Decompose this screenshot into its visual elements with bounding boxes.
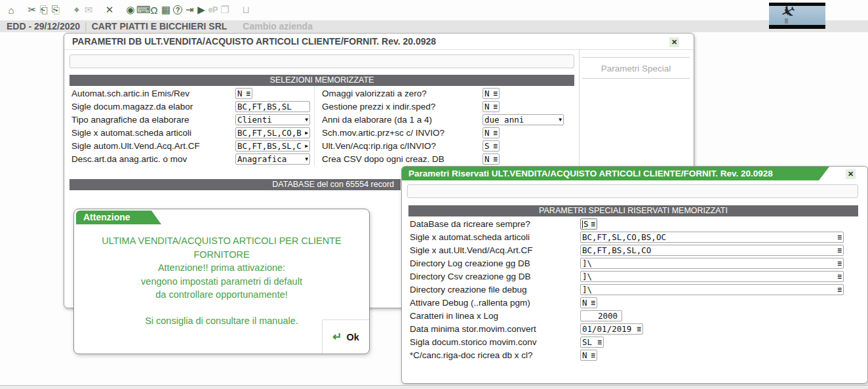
field-label: Sch.mov.artic.prz+sc c/ INVIO? bbox=[322, 128, 444, 138]
ult-ven-acq-rip-field[interactable]: S ≡ bbox=[483, 140, 500, 152]
menu-icon: ≡ bbox=[837, 233, 842, 241]
cut-icon[interactable]: ✂ bbox=[26, 4, 38, 16]
spacer bbox=[74, 302, 369, 314]
field-label: Caratteri in linea x Log bbox=[410, 311, 498, 321]
title-divider bbox=[64, 49, 694, 50]
field-label: Directory Csv creazione gg DB bbox=[410, 272, 531, 281]
overflow-arrow-icon: ▶ bbox=[305, 143, 308, 149]
sigle-ult-vend-acq-field[interactable]: BC,FT,BS,SL,C ▶ bbox=[235, 140, 310, 152]
sch-mov-artic-field[interactable]: N ≡ bbox=[483, 127, 500, 138]
menu-icon: ≡ bbox=[837, 259, 842, 268]
tipo-anagrafiche-combo[interactable]: Clienti ▼ bbox=[235, 114, 310, 125]
warning-dialog-title: Attenzione bbox=[76, 211, 161, 224]
database-ricreare-field[interactable]: S ≡ bbox=[580, 218, 597, 230]
airplane-photo: ✈ bbox=[769, 3, 825, 29]
menu-icon: ≡ bbox=[493, 129, 498, 137]
field-label: Attivare Debug (..rallenta pgm) bbox=[410, 298, 530, 308]
photo-tower bbox=[785, 18, 788, 24]
reserved-section-header: PARAMETRI SPECIALI RISERVATI MEMORIZZATI bbox=[408, 205, 858, 216]
crea-csv-field[interactable]: N ≡ bbox=[483, 154, 500, 165]
field-label: Directory creazione file debug bbox=[410, 285, 527, 295]
omega-icon[interactable]: Ω bbox=[148, 5, 160, 16]
pointer-icon[interactable]: ⌖ bbox=[71, 4, 83, 16]
data-minima-field[interactable]: 01/01/2019 ≡ bbox=[580, 323, 643, 335]
keyboard-icon[interactable]: ⌨ bbox=[136, 4, 148, 16]
parametri-special-button[interactable]: Parametri Special bbox=[582, 57, 690, 79]
caratteri-linea-log-field[interactable]: 2000 bbox=[580, 310, 622, 321]
automat-sch-artic-field[interactable]: N ≡ bbox=[235, 88, 252, 99]
desc-art-combo[interactable]: Anagrafica ▼ bbox=[235, 154, 310, 165]
field-label: Data minima stor.movim.convert bbox=[410, 324, 536, 334]
ep-icon: eP bbox=[207, 5, 219, 14]
sigle-scheda-articoli-field[interactable]: BC,FT,SL,CO,B ▶ bbox=[235, 127, 310, 138]
paste-icon[interactable]: ⎘ bbox=[50, 4, 62, 16]
warning-dialog: Attenzione ULTIMA VENDITA/ACQUISTO ARTIC… bbox=[73, 209, 370, 354]
column-divider bbox=[314, 86, 315, 166]
enter-key-icon: ↵ bbox=[332, 330, 342, 344]
warning-line: vengono impostati parametri di default bbox=[74, 275, 369, 289]
ok-button[interactable]: ↵ Ok bbox=[322, 319, 369, 354]
session-titlebar: EDD - 29/12/2020 | CART PIATTI E BICCHIE… bbox=[0, 20, 868, 32]
titlebar-separator: | bbox=[85, 21, 87, 31]
field-label: Sigle x automat.scheda articoli bbox=[71, 128, 191, 138]
video-icon[interactable]: ▶ bbox=[195, 4, 207, 16]
reserved-window: Parametri Riservati ULT.VENDITA/ACQUISTO… bbox=[401, 166, 868, 384]
calendar-icon[interactable]: ▦ bbox=[160, 4, 172, 16]
help-icon[interactable]: ? bbox=[173, 5, 182, 14]
directory-log-field[interactable]: ]\ ≡ bbox=[580, 258, 844, 269]
field-label: Directory Log creazione gg DB bbox=[410, 258, 530, 268]
omaggi-field[interactable]: N ≡ bbox=[483, 88, 500, 99]
database-status-bar: DATABASE del con 65554 record bbox=[69, 179, 401, 190]
camera-icon[interactable]: ◉ bbox=[125, 4, 136, 16]
copy-icon[interactable]: ⎗ bbox=[38, 4, 50, 16]
menu-icon: ≡ bbox=[493, 89, 498, 98]
home-icon[interactable]: ⌂ bbox=[5, 5, 17, 16]
menu-icon: ≡ bbox=[597, 338, 602, 346]
menu-icon: ≡ bbox=[591, 298, 595, 307]
gestione-prezzi-field[interactable]: N ≡ bbox=[483, 101, 500, 112]
warning-line: ULTIMA VENDITA/ACQUISTO ARTICOLI PER CLI… bbox=[74, 234, 369, 261]
field-label: Anni da elaborare (da 1 a 4) bbox=[322, 115, 432, 125]
exit-icon[interactable]: ⇥ bbox=[184, 4, 195, 16]
menu-icon: ≡ bbox=[493, 142, 498, 150]
anni-da-elaborare-combo[interactable]: due anni ▼ bbox=[483, 114, 564, 125]
sigla-storico-field[interactable]: SL ≡ bbox=[580, 337, 604, 348]
sigle-aut-ult-vend-field[interactable]: BC,FT,BS,SL,CO ≡ bbox=[580, 245, 844, 256]
change-company-action: Cambio azienda bbox=[243, 21, 313, 31]
warning-message: ULTIMA VENDITA/ACQUISTO ARTICOLI PER CLI… bbox=[74, 234, 369, 327]
reserved-window-titlebar: Parametri Riservati ULT.VENDITA/ACQUISTO… bbox=[402, 167, 829, 180]
reserved-close-icon[interactable]: ✕ bbox=[846, 169, 856, 179]
main-window-title: PARAMETRI DB ULT.VENDITA/ACQUISTO ARTICO… bbox=[72, 36, 436, 47]
menu-icon: ≡ bbox=[246, 89, 250, 98]
bottom-status-strip bbox=[0, 385, 868, 389]
main-toolbar-strip bbox=[69, 54, 574, 68]
directory-debug-field[interactable]: ]\ ≡ bbox=[580, 284, 844, 295]
field-label: Gestione prezzi x indir.sped? bbox=[322, 102, 435, 112]
chevron-down-icon: ▼ bbox=[559, 117, 562, 123]
menu-icon: ≡ bbox=[837, 272, 842, 281]
session-id: EDD - 29/12/2020 bbox=[7, 21, 80, 31]
sigle-docum-magazz-field[interactable]: BC,FT,BS,SL bbox=[235, 101, 310, 112]
menu-icon: ≡ bbox=[591, 220, 595, 228]
directory-csv-field[interactable]: ]\ ≡ bbox=[580, 271, 844, 282]
top-toolbar: ⌂ ✂ ⎗ ⎘ ⌖ ✉ ✕ ◉ ⌨ Ω ▦ ? ⇥ ▶ eP ❐ ⊔ bbox=[0, 0, 868, 20]
section-header: SELEZIONI MEMORIZZATE bbox=[69, 75, 574, 86]
attivare-debug-field[interactable]: N ≡ bbox=[580, 297, 597, 308]
field-label: Tipo anagrafiche da elaborare bbox=[71, 115, 189, 125]
chevron-down-icon: ▼ bbox=[305, 156, 308, 162]
main-close-icon[interactable]: ✕ bbox=[669, 37, 679, 47]
close-session-icon[interactable]: ✕ bbox=[104, 4, 115, 16]
warning-line: Attenzione!! prima attivazione: bbox=[74, 261, 369, 275]
menu-icon: ≡ bbox=[837, 246, 842, 255]
field-label: Ult.Ven/Acq:rip.riga c/INVIO? bbox=[322, 141, 436, 151]
reserved-toolbar-strip bbox=[407, 184, 858, 198]
overflow-arrow-icon: ▶ bbox=[305, 130, 308, 136]
warning-line: da controllare opportunamente! bbox=[74, 288, 369, 302]
menu-icon: ≡ bbox=[637, 325, 641, 333]
field-label: Automat.sch.artic.in Emis/Rev bbox=[71, 89, 189, 98]
field-label: *C/canc.riga-doc ricrea db x cl? bbox=[410, 350, 533, 360]
text-caret bbox=[582, 220, 583, 228]
sigle-scheda-articoli-long-field[interactable]: BC,FT,SL,CO,BS,OC ≡ bbox=[580, 232, 844, 243]
field-label: Omaggi valorizzati a zero? bbox=[322, 89, 427, 98]
canc-riga-doc-field[interactable]: N ≡ bbox=[580, 350, 597, 361]
